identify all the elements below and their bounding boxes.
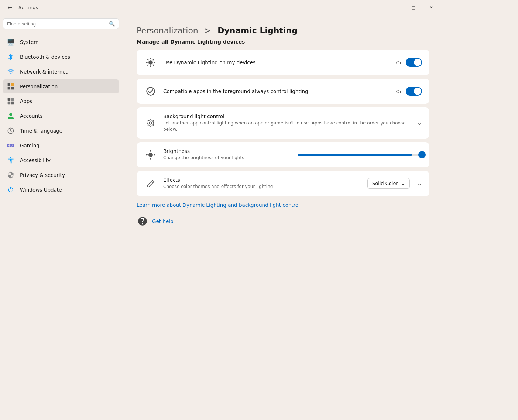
search-box[interactable]: 🔍	[3, 18, 119, 29]
nav-icon-accounts	[7, 112, 15, 120]
get-help-label[interactable]: Get help	[152, 218, 174, 224]
background-light-text: Background light control Let another app…	[163, 113, 411, 133]
svg-point-9	[150, 122, 152, 124]
page-title: Dynamic Lighting	[217, 26, 298, 35]
nav-label-network: Network & internet	[20, 69, 68, 75]
nav-label-system: System	[20, 39, 38, 45]
compatible-apps-title: Compatible apps in the foreground always…	[163, 88, 390, 94]
compatible-apps-text: Compatible apps in the foreground always…	[163, 88, 390, 94]
nav-label-personalization: Personalization	[20, 83, 58, 89]
effects-dropdown[interactable]: Solid Color ⌄	[367, 178, 410, 189]
back-button[interactable]: ←	[4, 2, 16, 13]
section-title: Manage all Dynamic Lighting devices	[137, 39, 429, 45]
nav-gaming[interactable]: Gaming	[3, 139, 119, 153]
nav-icon-gaming	[7, 141, 15, 150]
background-light-card: Background light control Let another app…	[137, 107, 429, 139]
use-dynamic-title: Use Dynamic Lighting on my devices	[163, 59, 390, 65]
background-light-title: Background light control	[163, 113, 411, 119]
svg-rect-2	[8, 87, 10, 90]
brightness-slider-container	[298, 154, 422, 156]
use-dynamic-text: Use Dynamic Lighting on my devices	[163, 59, 390, 65]
toggle-knob	[414, 59, 421, 66]
brightness-desc: Change the brightness of your lights	[163, 155, 288, 161]
nav-time[interactable]: Time & language	[3, 124, 119, 138]
svg-rect-4	[8, 98, 11, 101]
get-help-icon	[137, 215, 148, 227]
svg-rect-6	[8, 102, 11, 105]
brightness-track[interactable]	[298, 154, 422, 156]
breadcrumb-separator: >	[205, 26, 211, 35]
background-light-desc: Let another app control lighting when an…	[163, 120, 411, 133]
use-dynamic-card: Use Dynamic Lighting on my devices On	[137, 50, 429, 75]
brightness-title: Brightness	[163, 148, 288, 154]
maximize-button[interactable]: □	[405, 1, 422, 13]
nav-update[interactable]: Windows Update	[3, 183, 119, 197]
nav-privacy[interactable]: Privacy & security	[3, 168, 119, 182]
content-area: 🔍 🖥️ System Bluetooth & devices Network …	[0, 15, 444, 346]
effects-title: Effects	[163, 177, 361, 183]
nav-icon-time	[7, 127, 15, 135]
svg-rect-7	[11, 102, 14, 105]
svg-rect-1	[11, 83, 14, 86]
nav-icon-privacy	[7, 171, 15, 179]
effects-dropdown-arrow: ⌄	[401, 181, 405, 186]
brightness-fill	[298, 154, 412, 156]
effects-dropdown-value: Solid Color	[372, 181, 398, 186]
get-help-row[interactable]: Get help	[137, 215, 429, 227]
svg-rect-3	[11, 87, 14, 90]
svg-point-10	[148, 120, 154, 126]
nav-system[interactable]: 🖥️ System	[3, 35, 119, 49]
background-light-icon	[144, 116, 157, 130]
nav-accounts[interactable]: Accounts	[3, 109, 119, 123]
nav-bluetooth[interactable]: Bluetooth & devices	[3, 50, 119, 64]
nav-label-time: Time & language	[20, 128, 62, 134]
search-input[interactable]	[7, 21, 109, 27]
minimize-button[interactable]: —	[387, 1, 404, 13]
nav-icon-bluetooth	[7, 53, 15, 61]
effects-text: Effects Choose color themes and effects …	[163, 177, 361, 190]
background-light-chevron[interactable]: ⌄	[417, 119, 422, 126]
learn-more-link[interactable]: Learn more about Dynamic Lighting and ba…	[137, 202, 429, 208]
svg-rect-0	[8, 83, 10, 86]
compatible-apps-toggle-area: On	[396, 87, 422, 96]
nav-accessibility[interactable]: Accessibility	[3, 153, 119, 167]
nav-icon-personalization	[7, 82, 15, 91]
compatible-apps-card: Compatible apps in the foreground always…	[137, 79, 429, 104]
main-content: Personalization > Dynamic Lighting Manag…	[122, 15, 444, 346]
nav-label-privacy: Privacy & security	[20, 172, 65, 178]
nav-apps[interactable]: Apps	[3, 94, 119, 108]
nav-icon-update	[7, 186, 15, 194]
compatible-apps-icon	[144, 85, 157, 98]
toggle-knob-2	[414, 88, 421, 95]
nav-personalization[interactable]: Personalization	[3, 79, 119, 93]
use-dynamic-toggle-area: On	[396, 58, 422, 67]
compatible-apps-toggle[interactable]	[406, 87, 422, 96]
window: ← Settings — □ ✕ 🔍 🖥️ System Bl	[0, 0, 444, 346]
breadcrumb: Personalization > Dynamic Lighting	[137, 26, 429, 35]
nav-network[interactable]: Network & internet	[3, 65, 119, 79]
nav-icon-accessibility	[7, 156, 15, 164]
nav-label-update: Windows Update	[20, 187, 62, 193]
nav-icon-apps	[7, 97, 15, 105]
nav-label-bluetooth: Bluetooth & devices	[20, 54, 70, 60]
effects-desc: Choose color themes and effects for your…	[163, 184, 361, 190]
effects-expand-chevron[interactable]: ⌄	[417, 180, 422, 187]
brightness-thumb	[418, 151, 426, 158]
brightness-icon	[144, 148, 157, 161]
titlebar: ← Settings — □ ✕	[0, 0, 444, 15]
titlebar-controls: — □ ✕	[387, 1, 440, 13]
use-dynamic-toggle-label: On	[396, 60, 403, 65]
search-icon: 🔍	[109, 21, 115, 27]
nav-icon-system: 🖥️	[7, 38, 15, 46]
use-dynamic-toggle[interactable]	[406, 58, 422, 67]
nav-icon-network	[7, 68, 15, 76]
sidebar: 🔍 🖥️ System Bluetooth & devices Network …	[0, 15, 122, 346]
effects-icon	[144, 177, 157, 190]
dynamic-lighting-icon	[144, 56, 157, 69]
nav-label-accessibility: Accessibility	[20, 157, 51, 163]
nav-label-gaming: Gaming	[20, 143, 40, 148]
nav-label-apps: Apps	[20, 98, 32, 104]
brightness-text: Brightness Change the brightness of your…	[163, 148, 288, 161]
nav-label-accounts: Accounts	[20, 113, 43, 119]
close-button[interactable]: ✕	[423, 1, 440, 13]
